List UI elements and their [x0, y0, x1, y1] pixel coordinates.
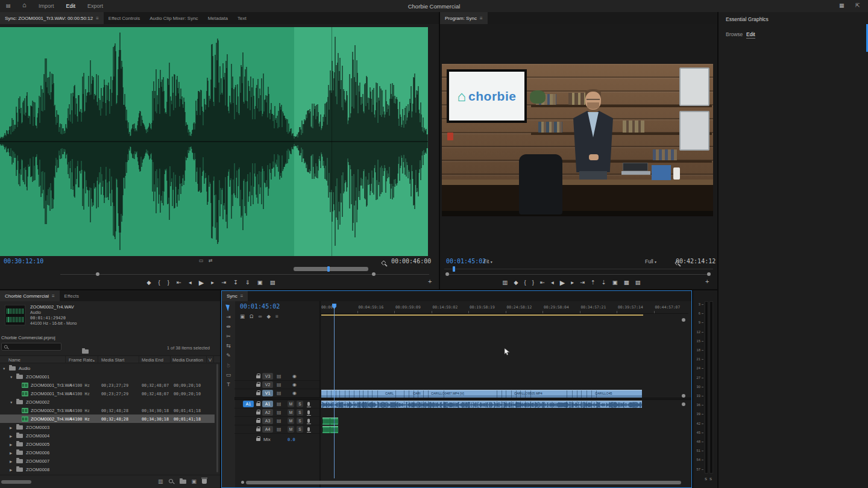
extract-button[interactable]: ⇣ — [602, 280, 606, 286]
track-lock-icon[interactable] — [256, 411, 260, 414]
expand-arrow-icon[interactable]: ▶ — [10, 426, 12, 430]
toggle-track-output-icon[interactable]: ◉ — [292, 374, 297, 379]
program-seek-track[interactable] — [444, 269, 713, 269]
play-button[interactable]: ▶ — [199, 280, 204, 286]
tab-browse[interactable]: Browse — [726, 31, 743, 37]
new-bin-icon[interactable] — [180, 480, 186, 484]
tab-metadata[interactable]: Metadata — [203, 12, 233, 24]
overwrite-button[interactable]: ⇓ — [245, 280, 250, 286]
source-zoom-handle-right[interactable] — [372, 272, 376, 276]
selection-tool[interactable] — [222, 302, 235, 312]
mark-in-button[interactable]: { — [524, 280, 526, 286]
add-marker-button[interactable]: ◆ — [146, 280, 151, 286]
settings-button[interactable]: ▤ — [635, 280, 641, 286]
export-frame-button[interactable]: ▣ — [257, 280, 263, 286]
track-select-a4[interactable]: A4 — [262, 426, 273, 433]
zoom-level-select[interactable]: Fit ▾ — [483, 258, 492, 264]
timeline-settings-button[interactable]: ≡ — [275, 313, 278, 319]
voice-over-record-icon[interactable] — [307, 410, 310, 414]
track-select-a3[interactable]: A3 — [262, 418, 273, 424]
comparison-view-button[interactable]: ▥ — [502, 280, 508, 286]
step-forward-button[interactable]: ▸ — [571, 280, 574, 286]
project-row-zoom0002[interactable]: ▼ZOOM0002 — [0, 398, 215, 406]
mute-button[interactable]: M — [288, 401, 294, 407]
mute-button[interactable]: M — [288, 418, 294, 424]
timeline-timecode[interactable]: 00:01:45:02 — [240, 303, 280, 310]
column-v[interactable]: V — [209, 357, 212, 363]
collapse-arrow-icon[interactable]: ▼ — [10, 375, 13, 379]
slip-tool[interactable]: ⇆ — [222, 341, 235, 351]
panel-menu-icon[interactable]: ≡ — [52, 293, 55, 299]
mix-volume-value[interactable]: 0.0 — [288, 437, 295, 442]
project-row-zoom0001_tr4.wa[interactable]: ZOOM0001_Tr4.WA44100 Hz00;23;27;2900;32;… — [0, 389, 215, 398]
ripple-edit-tool[interactable]: ⇹ — [222, 322, 235, 331]
delete-icon[interactable] — [202, 479, 207, 484]
solo-button[interactable]: S — [297, 401, 303, 407]
column-media-end[interactable]: Media End — [142, 357, 163, 363]
track-lock-icon[interactable] — [256, 375, 260, 378]
tab-effects[interactable]: Effects — [60, 290, 84, 301]
snap-button[interactable]: Ω — [250, 313, 253, 319]
track-lock-icon[interactable] — [256, 428, 260, 431]
go-to-in-button[interactable]: ⇤ — [540, 280, 545, 286]
source-patch-a1[interactable]: A1 — [243, 401, 254, 407]
track-lock-icon[interactable] — [256, 392, 260, 395]
expand-arrow-icon[interactable]: ▶ — [10, 434, 12, 438]
step-back-button[interactable]: ◂ — [551, 280, 554, 286]
track-lock-icon[interactable] — [256, 438, 260, 441]
mark-in-button[interactable]: { — [159, 280, 160, 286]
source-zoom-handle-left[interactable] — [96, 272, 99, 276]
project-row-zoom0002_tr4.wa[interactable]: ZOOM0002_Tr4.WA44100 Hz00;32;48;2800;34;… — [0, 414, 215, 423]
solo-right-button[interactable]: S — [709, 477, 712, 481]
tab-effect-controls[interactable]: Effect Controls — [104, 12, 145, 24]
workspace-switcher-icon[interactable]: ▦ — [839, 2, 844, 8]
go-to-in-button[interactable]: ⇤ — [177, 280, 181, 286]
tab-sync-zoom0001-tr3-wav-00-00-50-1[interactable]: Sync: ZOOM0001_Tr3.WAV: 00:00:50:12≡ — [0, 12, 104, 24]
button-editor-plus-icon[interactable]: + — [428, 278, 432, 285]
track-lock-icon[interactable] — [256, 420, 260, 423]
column-frame-rate[interactable]: Frame Rate — [69, 357, 93, 363]
tab-program-sync[interactable]: Program: Sync≡ — [440, 12, 488, 24]
panel-menu-icon[interactable]: ≡ — [480, 16, 483, 21]
panel-menu-icon[interactable]: ≡ — [761, 16, 764, 22]
expand-arrow-icon[interactable]: ▶ — [10, 468, 12, 472]
solo-left-button[interactable]: S — [705, 477, 707, 481]
find-icon[interactable] — [169, 479, 174, 484]
filter-bin-icon[interactable] — [82, 349, 89, 354]
tab-sync[interactable]: Sync≡ — [222, 291, 248, 301]
lift-button[interactable]: ▤ — [270, 280, 275, 286]
program-playhead-marker[interactable] — [453, 266, 455, 272]
tab-chorbie-commercial[interactable]: Chorbie Commercial≡ — [0, 290, 60, 301]
fullscreen-icon[interactable]: ⇱ — [855, 2, 860, 8]
collapse-arrow-icon[interactable]: ▼ — [2, 367, 5, 371]
timeline-clip-v1-video[interactable]: CARLCARICARILLO0487.MP4 [V]CARILLO9505.M… — [321, 390, 642, 398]
project-row-zoom0005[interactable]: ▶ZOOM0005 — [0, 440, 215, 448]
play-button[interactable]: ▶ — [560, 280, 565, 286]
hand-tool[interactable]: ☞ — [224, 358, 233, 372]
vscroll-handle-top[interactable] — [682, 318, 685, 322]
export-frame-button[interactable]: ▣ — [612, 280, 618, 286]
insert-button[interactable]: ↧ — [233, 280, 238, 286]
sync-lock-icon[interactable]: ▤ — [277, 427, 281, 432]
column-media-start[interactable]: Media Start — [101, 357, 124, 363]
project-row-zoom0008[interactable]: ▶ZOOM0008 — [0, 465, 215, 474]
project-row-audio[interactable]: ▼Audio — [0, 364, 215, 372]
project-row-zoom0001[interactable]: ▼ZOOM0001 — [0, 372, 215, 381]
sync-lock-icon[interactable]: ▤ — [277, 374, 281, 379]
panel-menu-icon[interactable]: ≡ — [241, 293, 244, 299]
track-select-a2[interactable]: A2 — [262, 409, 273, 416]
timeline-ruler[interactable]: 00:0000:04:59:1600:09:59:0900:14:59:0200… — [319, 303, 688, 314]
timeline-clip-a3-audio[interactable] — [322, 418, 338, 425]
drag-video-icon[interactable]: ▭ — [199, 258, 204, 263]
collapse-arrow-icon[interactable]: ▼ — [10, 401, 13, 404]
sync-lock-icon[interactable]: ▤ — [277, 410, 281, 415]
project-scrollbar[interactable] — [216, 364, 218, 472]
scroll-handle[interactable] — [241, 481, 244, 484]
mark-out-button[interactable]: } — [168, 280, 169, 286]
add-marker-button[interactable]: ◆ — [514, 280, 518, 286]
proxy-toggle-button[interactable]: ▦ — [624, 280, 629, 286]
track-resize-handle[interactable] — [682, 394, 685, 398]
toggle-track-output-icon[interactable]: ◉ — [292, 390, 297, 396]
mute-button[interactable]: M — [288, 426, 294, 433]
automate-to-sequence-icon[interactable]: ▥ — [158, 478, 163, 484]
